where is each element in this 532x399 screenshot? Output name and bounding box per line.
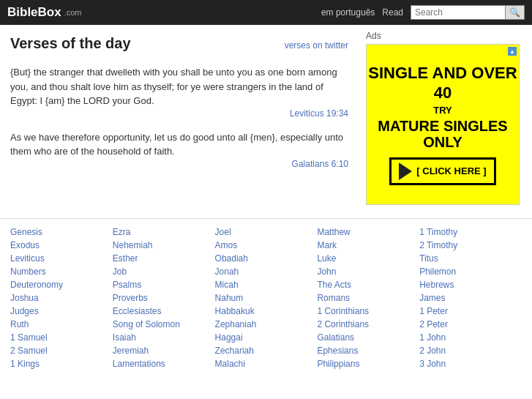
book-link[interactable]: 2 Timothy	[419, 239, 522, 251]
books-col-4: MatthewMarkLukeJohnThe ActsRomans1 Corin…	[317, 226, 419, 370]
book-link[interactable]: Deuteronomy	[10, 279, 113, 291]
book-link[interactable]: 2 Samuel	[10, 345, 113, 357]
book-link[interactable]: Philippians	[317, 358, 419, 370]
book-link[interactable]: Micah	[215, 279, 318, 291]
book-link[interactable]: Zephaniah	[215, 318, 318, 330]
book-link[interactable]: Nehemiah	[113, 239, 215, 251]
books-section: GenesisExodusLeviticusNumbersDeuteronomy…	[0, 219, 532, 377]
book-link[interactable]: Lamentations	[113, 358, 215, 370]
verse-block-2: As we have therefore opportunity, let us…	[10, 130, 348, 169]
book-link[interactable]: Job	[113, 266, 215, 277]
search-input[interactable]	[411, 5, 506, 20]
book-link[interactable]: Ecclesiastes	[113, 305, 215, 317]
ad-line2: TRY	[433, 105, 452, 116]
book-link[interactable]: Ephesians	[317, 345, 419, 357]
book-link[interactable]: Joel	[215, 226, 318, 238]
book-link[interactable]: Hebrews	[419, 279, 522, 291]
book-link[interactable]: 3 John	[419, 358, 522, 370]
book-link[interactable]: Mark	[317, 239, 419, 251]
book-link[interactable]: Matthew	[317, 226, 419, 238]
book-link[interactable]: 1 John	[419, 332, 522, 343]
verse-2-text: As we have therefore opportunity, let us…	[10, 130, 348, 159]
ad-click-here[interactable]: [ CLICK HERE ]	[389, 157, 495, 185]
read-link[interactable]: Read	[382, 7, 403, 18]
book-link[interactable]: John	[317, 266, 419, 277]
logo-suffix: .com	[64, 8, 82, 17]
book-link[interactable]: Joshua	[10, 292, 113, 304]
book-link[interactable]: Jeremiah	[113, 345, 215, 357]
lang-link[interactable]: em português	[321, 7, 375, 18]
search-form: 🔍	[411, 5, 525, 20]
book-link[interactable]: 2 Corinthians	[317, 318, 419, 330]
verse-2-ref[interactable]: Galatians 6:10	[10, 159, 348, 169]
logo-text: BibleBox	[7, 5, 61, 20]
header: BibleBox .com em português Read 🔍	[0, 0, 532, 25]
book-link[interactable]: Song of Solomon	[113, 318, 215, 330]
book-link[interactable]: Luke	[317, 253, 419, 264]
books-col-3: JoelAmosObadiahJonahMicahNahumHabbakukZe…	[215, 226, 318, 370]
book-link[interactable]: 1 Timothy	[419, 226, 522, 238]
book-link[interactable]: Judges	[10, 305, 113, 317]
books-col-5: 1 Timothy2 TimothyTitusPhilemonHebrewsJa…	[419, 226, 522, 370]
book-link[interactable]: Nahum	[215, 292, 318, 304]
book-link[interactable]: Genesis	[10, 226, 113, 238]
book-link[interactable]: Galatians	[317, 332, 419, 343]
book-link[interactable]: Proverbs	[113, 292, 215, 304]
book-link[interactable]: 1 Samuel	[10, 332, 113, 343]
ad-arrow-icon	[399, 163, 412, 180]
book-link[interactable]: 2 Peter	[419, 318, 522, 330]
main: Verses of the day verses on twitter {But…	[0, 25, 532, 211]
verses-header: Verses of the day verses on twitter	[10, 35, 348, 58]
book-link[interactable]: Amos	[215, 239, 318, 251]
book-link[interactable]: Haggai	[215, 332, 318, 343]
ad-box[interactable]: ▲ SINGLE AND OVER 40 TRY MATURE SINGLES …	[366, 44, 520, 205]
book-link[interactable]: Ruth	[10, 318, 113, 330]
ad-area: Ads ▲ SINGLE AND OVER 40 TRY MATURE SING…	[359, 25, 527, 211]
book-link[interactable]: Exodus	[10, 239, 113, 251]
ad-label: Ads	[366, 31, 520, 41]
book-link[interactable]: Malachi	[215, 358, 318, 370]
book-link[interactable]: Philemon	[419, 266, 522, 277]
verse-1-ref[interactable]: Leviticus 19:34	[10, 108, 348, 119]
book-link[interactable]: 1 Peter	[419, 305, 522, 317]
header-right: em português Read 🔍	[321, 5, 525, 20]
book-link[interactable]: Leviticus	[10, 253, 113, 264]
book-link[interactable]: The Acts	[317, 279, 419, 291]
ad-click-label: [ CLICK HERE ]	[416, 165, 486, 176]
book-link[interactable]: 1 Corinthians	[317, 305, 419, 317]
book-link[interactable]: Zechariah	[215, 345, 318, 357]
ad-line1: SINGLE AND OVER 40	[367, 64, 519, 102]
book-link[interactable]: Isaiah	[113, 332, 215, 343]
verses-heading: Verses of the day	[10, 35, 131, 52]
search-button[interactable]: 🔍	[506, 5, 525, 20]
verse-block-1: {But} the stranger that dwelleth with yo…	[10, 65, 348, 119]
books-col-1: GenesisExodusLeviticusNumbersDeuteronomy…	[10, 226, 113, 370]
book-link[interactable]: 1 Kings	[10, 358, 113, 370]
book-link[interactable]: Jonah	[215, 266, 318, 277]
ad-corner-badge: ▲	[508, 47, 517, 56]
books-grid: GenesisExodusLeviticusNumbersDeuteronomy…	[10, 226, 522, 370]
book-link[interactable]: Psalms	[113, 279, 215, 291]
book-link[interactable]: Ezra	[113, 226, 215, 238]
verses-on-twitter[interactable]: verses on twitter	[285, 40, 348, 51]
book-link[interactable]: James	[419, 292, 522, 304]
header-left: BibleBox .com	[7, 5, 82, 20]
book-link[interactable]: 2 John	[419, 345, 522, 357]
verse-1-text: {But} the stranger that dwelleth with yo…	[10, 65, 348, 108]
book-link[interactable]: Habbakuk	[215, 305, 318, 317]
books-col-2: EzraNehemiahEstherJobPsalmsProverbsEccle…	[113, 226, 215, 370]
content: Verses of the day verses on twitter {But…	[0, 25, 359, 211]
book-link[interactable]: Romans	[317, 292, 419, 304]
book-link[interactable]: Numbers	[10, 266, 113, 277]
ad-line3: MATURE SINGLES ONLY	[367, 118, 519, 150]
book-link[interactable]: Titus	[419, 253, 522, 264]
book-link[interactable]: Esther	[113, 253, 215, 264]
book-link[interactable]: Obadiah	[215, 253, 318, 264]
